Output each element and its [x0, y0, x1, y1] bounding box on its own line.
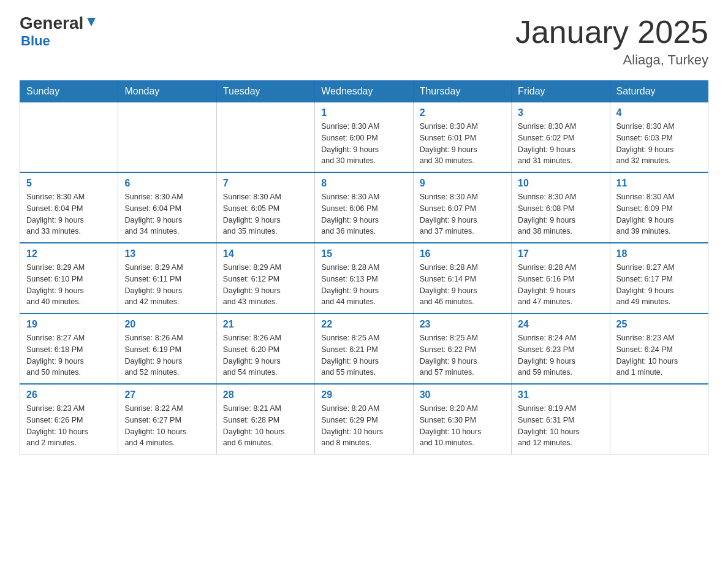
day-info: Sunrise: 8:30 AM Sunset: 6:04 PM Dayligh…	[124, 191, 210, 237]
day-info: Sunrise: 8:23 AM Sunset: 6:24 PM Dayligh…	[616, 332, 702, 378]
day-info: Sunrise: 8:30 AM Sunset: 6:03 PM Dayligh…	[616, 121, 702, 167]
calendar-cell: 14Sunrise: 8:29 AM Sunset: 6:12 PM Dayli…	[216, 243, 314, 313]
day-number: 18	[616, 248, 702, 259]
day-number: 14	[223, 248, 308, 259]
page-subtitle: Aliaga, Turkey	[515, 52, 708, 68]
calendar-week-row: 19Sunrise: 8:27 AM Sunset: 6:18 PM Dayli…	[20, 313, 708, 384]
day-number: 21	[223, 319, 308, 330]
calendar-cell: 20Sunrise: 8:26 AM Sunset: 6:19 PM Dayli…	[118, 313, 216, 384]
day-number: 2	[420, 107, 505, 118]
day-number: 25	[616, 319, 702, 330]
day-number: 19	[26, 319, 112, 330]
day-number: 27	[124, 389, 210, 400]
calendar-cell	[20, 102, 118, 173]
title-section: January 2025 Aliaga, Turkey	[515, 15, 708, 68]
calendar-cell: 1Sunrise: 8:30 AM Sunset: 6:00 PM Daylig…	[315, 102, 413, 173]
calendar-cell: 6Sunrise: 8:30 AM Sunset: 6:04 PM Daylig…	[118, 172, 216, 243]
calendar-cell: 22Sunrise: 8:25 AM Sunset: 6:21 PM Dayli…	[315, 313, 413, 384]
day-number: 6	[124, 178, 210, 189]
day-info: Sunrise: 8:19 AM Sunset: 6:31 PM Dayligh…	[518, 403, 603, 449]
logo-general: General	[20, 15, 83, 32]
day-number: 3	[518, 107, 603, 118]
day-info: Sunrise: 8:30 AM Sunset: 6:04 PM Dayligh…	[26, 191, 112, 237]
logo-triangle-icon	[85, 15, 98, 29]
calendar-cell	[118, 102, 216, 173]
calendar-cell: 17Sunrise: 8:28 AM Sunset: 6:16 PM Dayli…	[512, 243, 610, 313]
day-number: 4	[616, 107, 702, 118]
calendar-cell: 25Sunrise: 8:23 AM Sunset: 6:24 PM Dayli…	[610, 313, 708, 384]
day-info: Sunrise: 8:23 AM Sunset: 6:26 PM Dayligh…	[26, 403, 112, 449]
day-info: Sunrise: 8:29 AM Sunset: 6:10 PM Dayligh…	[26, 262, 112, 308]
day-number: 11	[616, 178, 702, 189]
calendar-cell: 21Sunrise: 8:26 AM Sunset: 6:20 PM Dayli…	[216, 313, 314, 384]
day-number: 28	[223, 389, 308, 400]
calendar-header-thursday: Thursday	[413, 81, 511, 102]
calendar-cell: 27Sunrise: 8:22 AM Sunset: 6:27 PM Dayli…	[118, 384, 216, 454]
day-info: Sunrise: 8:30 AM Sunset: 6:07 PM Dayligh…	[420, 191, 505, 237]
day-info: Sunrise: 8:30 AM Sunset: 6:05 PM Dayligh…	[223, 191, 308, 237]
calendar-cell: 10Sunrise: 8:30 AM Sunset: 6:08 PM Dayli…	[512, 172, 610, 243]
calendar-cell: 13Sunrise: 8:29 AM Sunset: 6:11 PM Dayli…	[118, 243, 216, 313]
day-info: Sunrise: 8:28 AM Sunset: 6:14 PM Dayligh…	[420, 262, 505, 308]
day-info: Sunrise: 8:26 AM Sunset: 6:19 PM Dayligh…	[124, 332, 210, 378]
calendar-header-sunday: Sunday	[20, 81, 118, 102]
calendar-cell: 31Sunrise: 8:19 AM Sunset: 6:31 PM Dayli…	[512, 384, 610, 454]
calendar-header-row: SundayMondayTuesdayWednesdayThursdayFrid…	[20, 81, 708, 102]
calendar-header-saturday: Saturday	[610, 81, 708, 102]
day-info: Sunrise: 8:27 AM Sunset: 6:17 PM Dayligh…	[616, 262, 702, 308]
day-number: 15	[321, 248, 406, 259]
page-title: January 2025	[515, 15, 708, 50]
day-number: 17	[518, 248, 603, 259]
day-number: 10	[518, 178, 603, 189]
day-info: Sunrise: 8:30 AM Sunset: 6:08 PM Dayligh…	[518, 191, 603, 237]
day-number: 13	[124, 248, 210, 259]
day-number: 12	[26, 248, 112, 259]
day-info: Sunrise: 8:22 AM Sunset: 6:27 PM Dayligh…	[124, 403, 210, 449]
day-number: 26	[26, 389, 112, 400]
day-number: 23	[420, 319, 505, 330]
day-info: Sunrise: 8:27 AM Sunset: 6:18 PM Dayligh…	[26, 332, 112, 378]
calendar-week-row: 26Sunrise: 8:23 AM Sunset: 6:26 PM Dayli…	[20, 384, 708, 454]
day-info: Sunrise: 8:20 AM Sunset: 6:29 PM Dayligh…	[321, 403, 406, 449]
calendar-cell: 8Sunrise: 8:30 AM Sunset: 6:06 PM Daylig…	[315, 172, 413, 243]
calendar-header-friday: Friday	[512, 81, 610, 102]
day-number: 20	[124, 319, 210, 330]
calendar-header-tuesday: Tuesday	[216, 81, 314, 102]
day-info: Sunrise: 8:28 AM Sunset: 6:13 PM Dayligh…	[321, 262, 406, 308]
day-info: Sunrise: 8:28 AM Sunset: 6:16 PM Dayligh…	[518, 262, 603, 308]
day-info: Sunrise: 8:30 AM Sunset: 6:00 PM Dayligh…	[321, 121, 406, 167]
day-number: 31	[518, 389, 603, 400]
day-info: Sunrise: 8:20 AM Sunset: 6:30 PM Dayligh…	[420, 403, 505, 449]
calendar-week-row: 1Sunrise: 8:30 AM Sunset: 6:00 PM Daylig…	[20, 102, 708, 173]
day-number: 7	[223, 178, 308, 189]
day-info: Sunrise: 8:26 AM Sunset: 6:20 PM Dayligh…	[223, 332, 308, 378]
day-info: Sunrise: 8:30 AM Sunset: 6:01 PM Dayligh…	[420, 121, 505, 167]
day-info: Sunrise: 8:29 AM Sunset: 6:11 PM Dayligh…	[124, 262, 210, 308]
day-info: Sunrise: 8:29 AM Sunset: 6:12 PM Dayligh…	[223, 262, 308, 308]
calendar-cell: 24Sunrise: 8:24 AM Sunset: 6:23 PM Dayli…	[512, 313, 610, 384]
day-info: Sunrise: 8:30 AM Sunset: 6:06 PM Dayligh…	[321, 191, 406, 237]
calendar-cell	[216, 102, 314, 173]
calendar-header-wednesday: Wednesday	[315, 81, 413, 102]
calendar-cell: 9Sunrise: 8:30 AM Sunset: 6:07 PM Daylig…	[413, 172, 511, 243]
day-info: Sunrise: 8:30 AM Sunset: 6:02 PM Dayligh…	[518, 121, 603, 167]
logo: General Blue	[20, 15, 98, 49]
calendar-cell: 26Sunrise: 8:23 AM Sunset: 6:26 PM Dayli…	[20, 384, 118, 454]
calendar-header-monday: Monday	[118, 81, 216, 102]
day-number: 29	[321, 389, 406, 400]
calendar-cell: 3Sunrise: 8:30 AM Sunset: 6:02 PM Daylig…	[512, 102, 610, 173]
day-number: 24	[518, 319, 603, 330]
svg-marker-0	[87, 18, 96, 26]
calendar-cell: 15Sunrise: 8:28 AM Sunset: 6:13 PM Dayli…	[315, 243, 413, 313]
day-number: 16	[420, 248, 505, 259]
calendar-cell: 5Sunrise: 8:30 AM Sunset: 6:04 PM Daylig…	[20, 172, 118, 243]
page-header: General Blue January 2025 Aliaga, Turkey	[20, 15, 708, 68]
calendar-cell: 18Sunrise: 8:27 AM Sunset: 6:17 PM Dayli…	[610, 243, 708, 313]
logo-blue: Blue	[21, 33, 50, 49]
day-info: Sunrise: 8:21 AM Sunset: 6:28 PM Dayligh…	[223, 403, 308, 449]
calendar-cell: 4Sunrise: 8:30 AM Sunset: 6:03 PM Daylig…	[610, 102, 708, 173]
calendar-cell: 28Sunrise: 8:21 AM Sunset: 6:28 PM Dayli…	[216, 384, 314, 454]
calendar-week-row: 5Sunrise: 8:30 AM Sunset: 6:04 PM Daylig…	[20, 172, 708, 243]
calendar-cell: 12Sunrise: 8:29 AM Sunset: 6:10 PM Dayli…	[20, 243, 118, 313]
calendar-cell: 29Sunrise: 8:20 AM Sunset: 6:29 PM Dayli…	[315, 384, 413, 454]
